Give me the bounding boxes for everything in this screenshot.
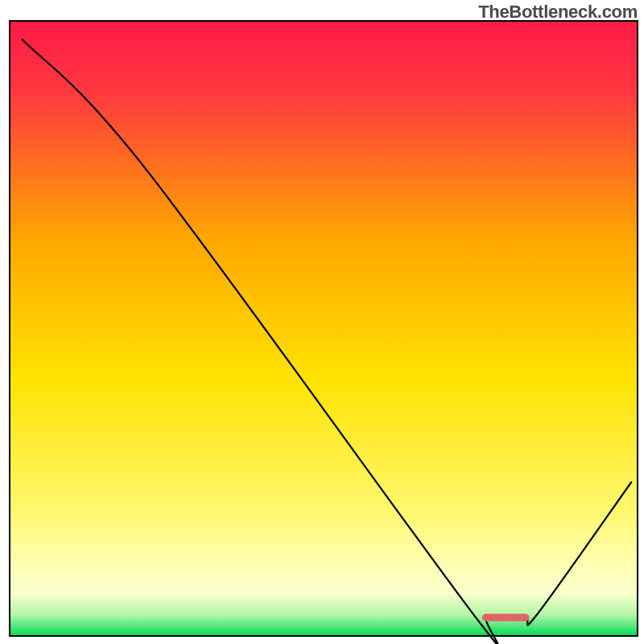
watermark-text: TheBottleneck.com [478,2,638,23]
bottleneck-chart: TheBottleneck.com [0,0,644,644]
optimal-region-marker [482,613,530,621]
chart-svg [0,0,644,644]
gradient-background [10,21,638,636]
